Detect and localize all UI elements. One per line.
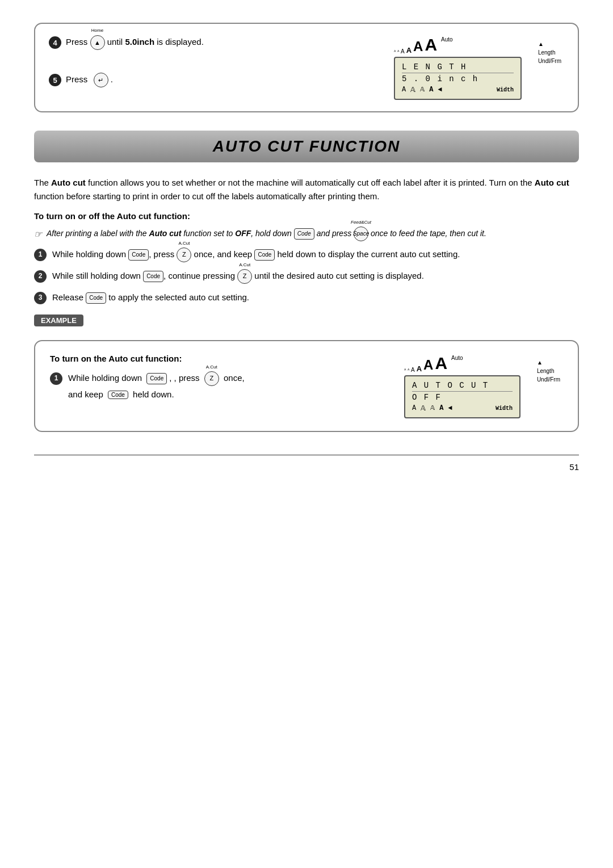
example-z-key[interactable]: A.Cut Z — [204, 371, 219, 386]
note-icon: ☞ — [34, 227, 42, 242]
example-box: To turn on the Auto cut function: 1 Whil… — [34, 340, 579, 432]
example-step-1-text: While holding down Code, , press A.Cut Z… — [68, 371, 393, 386]
step-2: 2 While still holding down Code, continu… — [34, 269, 579, 284]
example-step-1: 1 While holding down Code, , press A.Cut… — [50, 371, 393, 386]
top-lcd-display: ᴬ ᴬ A A A A Auto L E N G T H 5 . 0 i n c… — [394, 35, 564, 100]
example-step-1b: and keep Code held down. — [68, 389, 393, 400]
lcd-screen: L E N G T H 5 . 0 i n c h A 𝔸 𝔸 A ◄ Widt… — [394, 57, 522, 100]
lcd-right-labels: ▲ Length Undl/Frm — [538, 41, 561, 64]
example-lcd-screen: A U T O C U T O F F A 𝔸 𝔸 A ◄ Width — [404, 375, 520, 418]
step-5-text: Press ↵ . — [66, 73, 113, 87]
space-key-note[interactable]: Feed&Cut Space — [354, 227, 368, 241]
step-2-num: 2 — [34, 270, 47, 283]
z-key-s2[interactable]: A.Cut Z — [237, 269, 252, 284]
z-key-s1[interactable]: A.Cut Z — [177, 248, 191, 262]
step-3-text: Release Code to apply the selected auto … — [52, 291, 579, 304]
page-number: 51 — [569, 462, 579, 472]
example-lcd-wrapper: ᴬ ᴬ A A A A Auto A U T O C U T O F F A 𝔸… — [404, 354, 563, 418]
example-acut-label: A.Cut — [206, 364, 217, 371]
step-1-text: While holding down Code, press A.Cut Z o… — [52, 248, 579, 262]
step-2-text: While still holding down Code, continue … — [52, 269, 579, 284]
step-3: 3 Release Code to apply the selected aut… — [34, 291, 579, 304]
example-label: EXAMPLE — [34, 315, 83, 326]
example-lcd-bottom-row: A 𝔸 𝔸 A ◄ Width — [412, 404, 513, 413]
top-instruction-box: 4 Press Home ▲ until 5.0inch is displaye… — [34, 23, 579, 112]
code-key-note[interactable]: Code — [294, 228, 314, 240]
home-key[interactable]: Home ▲ — [90, 35, 105, 50]
code-key-s3[interactable]: Code — [86, 292, 106, 304]
acut-label-s2: A.Cut — [239, 262, 250, 269]
top-box-left: 4 Press Home ▲ until 5.0inch is displaye… — [49, 35, 377, 87]
example-lcd-font-row: ᴬ ᴬ A A A A Auto — [404, 354, 520, 373]
lcd-font-row: ᴬ ᴬ A A A A Auto — [394, 35, 522, 54]
note-row: ☞ After printing a label with the Auto c… — [34, 227, 579, 242]
step-1: 1 While holding down Code, press A.Cut Z… — [34, 248, 579, 262]
note-text: After printing a label with the Auto cut… — [47, 227, 486, 241]
feed-cut-label: Feed&Cut — [351, 219, 371, 227]
code-key-s2a[interactable]: Code — [143, 271, 163, 282]
step-4-text: Press Home ▲ until 5.0inch is displayed. — [66, 35, 204, 50]
step-4-row: 4 Press Home ▲ until 5.0inch is displaye… — [49, 35, 377, 50]
enter-key[interactable]: ↵ — [94, 73, 108, 87]
intro-paragraph: The Auto cut function allows you to set … — [34, 176, 579, 203]
acut-label-s1: A.Cut — [178, 240, 190, 248]
example-code-key-1a[interactable]: Code — [146, 373, 167, 384]
code-key-s1b[interactable]: Code — [254, 249, 275, 261]
step-1-num: 1 — [34, 249, 47, 261]
example-heading: To turn on the Auto cut function: — [50, 354, 393, 363]
section-title-bar: AUTO CUT FUNCTION — [34, 131, 579, 162]
lcd-line1: L E N G T H — [402, 62, 514, 73]
example-lcd-line2: O F F — [412, 393, 513, 402]
sub-heading: To turn on or off the Auto cut function: — [34, 211, 579, 221]
bottom-rule — [34, 455, 579, 455]
example-step-1-num: 1 — [50, 372, 62, 385]
code-key-s1a[interactable]: Code — [128, 249, 149, 261]
example-code-key-1b[interactable]: Code — [108, 391, 128, 399]
step-3-num: 3 — [34, 292, 47, 304]
section-title: AUTO CUT FUNCTION — [213, 137, 401, 155]
step-5-number: 5 — [49, 74, 61, 86]
example-label-wrapper: EXAMPLE — [34, 315, 579, 333]
page-number-container: 51 — [34, 462, 579, 472]
lcd-bottom-row: A 𝔸 𝔸 A ◄ Width — [402, 86, 514, 94]
lcd-line2: 5 . 0 i n c h — [402, 74, 514, 83]
example-lcd-line1: A U T O C U T — [412, 381, 513, 392]
example-lcd-right-labels: ▲ Length Undl/Frm — [537, 359, 560, 383]
home-key-top-label: Home — [91, 28, 103, 33]
example-left: To turn on the Auto cut function: 1 Whil… — [50, 354, 393, 400]
step-5-row: 5 Press ↵ . — [49, 73, 377, 87]
step-4-number: 4 — [49, 36, 61, 49]
